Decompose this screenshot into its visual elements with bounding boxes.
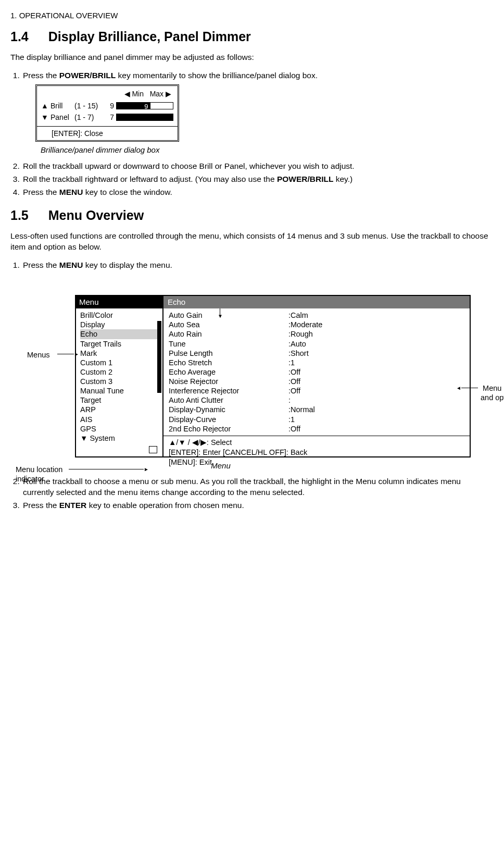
panel-bar <box>116 114 173 121</box>
step-1: Press the POWER/BRILL key momentarily to… <box>22 70 494 156</box>
brill-value: 9 <box>107 101 114 111</box>
option-value: :Auto <box>288 339 306 349</box>
step-2: Roll the trackball upward or downward to… <box>22 161 494 172</box>
option-key: Noise Rejector <box>169 377 288 386</box>
option-key: Tune <box>169 339 288 349</box>
option-value: :Off <box>288 386 300 395</box>
step-4: Press the MENU key to close the window. <box>22 187 494 198</box>
option-value: :1 <box>288 358 295 367</box>
brill-caption: Brilliance/panel dimmer dialog box <box>41 145 494 155</box>
callout-location-2: indicator <box>16 474 44 485</box>
option-value: :Rough <box>288 329 313 339</box>
chapter-header: 1. OPERATIONAL OVERVIEW <box>10 10 494 21</box>
option-row[interactable]: Interference Rejector:Off <box>169 386 464 395</box>
brill-label: Brill <box>51 101 72 111</box>
menu-list-item[interactable]: Custom 3 <box>80 377 160 386</box>
callout-location-1: Menu location <box>16 465 62 475</box>
menu-right-panel: Echo Auto Gain:CalmAuto Sea:ModerateAuto… <box>163 296 470 456</box>
brill-row: ▲ Brill (1 - 15) 9 9 <box>41 101 173 111</box>
option-row[interactable]: Auto Anti Clutter: <box>169 395 464 405</box>
menu-left-header: Menu <box>76 296 162 308</box>
brill-bar: 9 <box>116 102 173 109</box>
option-key: Auto Sea <box>169 320 288 329</box>
section-title: Menu Overview <box>48 207 144 225</box>
option-key: 2nd Echo Rejector <box>169 424 288 434</box>
menu-list-item[interactable]: Custom 2 <box>80 367 160 377</box>
menu-left-panel: Menu Brill/ColorDisplayEchoTarget Trails… <box>76 296 163 456</box>
brill-footer: [ENTER]: Close <box>37 127 178 141</box>
menu-diagram: Currently selected menu Menus Menu items… <box>75 295 471 471</box>
section-1-4-heading: 1.4 Display Brilliance, Panel Dimmer <box>10 28 494 46</box>
option-row[interactable]: Auto Gain:Calm <box>169 311 464 320</box>
menu-options: Auto Gain:CalmAuto Sea:ModerateAuto Rain… <box>163 308 470 436</box>
option-row[interactable]: Echo Average:Off <box>169 367 464 377</box>
panel-range: (1 - 7) <box>74 113 105 122</box>
section-number: 1.5 <box>10 207 29 225</box>
menu-list-item[interactable]: AIS <box>80 415 160 424</box>
panel-row: ▼ Panel (1 - 7) 7 <box>41 113 173 122</box>
section-1-5-steps: Press the MENU key to display the menu. … <box>10 260 494 511</box>
menu-list-item[interactable]: Custom 1 <box>80 358 160 367</box>
arrow-right-icon <box>69 469 144 469</box>
brill-range: (1 - 15) <box>74 101 105 111</box>
brilliance-dialog: ◀ Min Max ▶ ▲ Brill (1 - 15) 9 9 ▼ <box>35 84 179 142</box>
page: 1. OPERATIONAL OVERVIEW 1.4 Display Bril… <box>10 10 494 511</box>
menu-list-item[interactable]: Display <box>80 320 160 329</box>
menu-list-item[interactable]: Manual Tune <box>80 386 160 395</box>
section-1-4-steps: Press the POWER/BRILL key momentarily to… <box>10 70 494 198</box>
option-key: Echo Stretch <box>169 358 288 367</box>
step-2: Roll the trackball to choose a menu or s… <box>22 476 494 498</box>
brill-minmax: ◀ Min Max ▶ <box>41 89 173 99</box>
option-value: :Off <box>288 377 300 386</box>
section-number: 1.4 <box>10 28 29 46</box>
step-3: Roll the trackball rightward or leftward… <box>22 174 494 185</box>
option-key: Display-Curve <box>169 415 288 424</box>
step-3: Press the ENTER key to enable operation … <box>22 500 494 511</box>
menu-list-item[interactable]: Target <box>80 395 160 405</box>
option-value: :Short <box>288 349 309 358</box>
menu-list-item[interactable]: Target Trails <box>80 339 160 349</box>
section-1-4-intro: The display brilliance and panel dimmer … <box>10 52 494 63</box>
option-row[interactable]: Pulse Length:Short <box>169 349 464 358</box>
menu-right-header: Echo <box>163 296 470 308</box>
option-row[interactable]: 2nd Echo Rejector:Off <box>169 424 464 434</box>
panel-value: 7 <box>107 113 114 122</box>
menu-list-item[interactable]: Brill/Color <box>80 311 160 320</box>
option-value: :Off <box>288 424 300 434</box>
option-row[interactable]: Echo Stretch:1 <box>169 358 464 367</box>
option-value: :Moderate <box>288 320 322 329</box>
arrow-right-icon <box>57 354 74 354</box>
section-title: Display Brilliance, Panel Dimmer <box>48 28 251 46</box>
option-key: Auto Gain <box>169 311 288 320</box>
option-value: : <box>288 395 291 405</box>
option-key: Display-Dynamic <box>169 405 288 414</box>
option-row[interactable]: Display-Dynamic:Normal <box>169 405 464 414</box>
menu-footer: ▲/▼ / ◀/▶: Select [ENTER]: Enter [CANCEL… <box>163 436 470 469</box>
option-row[interactable]: Tune:Auto <box>169 339 464 349</box>
option-value: :Normal <box>288 405 315 414</box>
menu-list-item[interactable]: Mark <box>80 349 160 358</box>
menu-list-item[interactable]: GPS <box>80 424 160 434</box>
option-key: Auto Anti Clutter <box>169 395 288 405</box>
down-arrow-icon: ▼ <box>41 113 48 122</box>
option-key: Echo Average <box>169 367 288 377</box>
menu-list-item[interactable]: ▼ System <box>80 434 160 443</box>
menu-list-item[interactable]: ARP <box>80 405 160 414</box>
section-1-5-intro: Less-often used functions are controlled… <box>10 231 494 253</box>
step-1: Press the MENU key to display the menu. … <box>22 260 494 471</box>
option-key: Pulse Length <box>169 349 288 358</box>
scrollbar[interactable] <box>157 321 161 393</box>
option-row[interactable]: Noise Rejector:Off <box>169 377 464 386</box>
section-1-5-heading: 1.5 Menu Overview <box>10 207 494 225</box>
option-row[interactable]: Auto Sea:Moderate <box>169 320 464 329</box>
option-row[interactable]: Auto Rain:Rough <box>169 329 464 339</box>
menu-list-item[interactable]: Echo <box>80 329 160 339</box>
callout-items-1: Menu items <box>483 383 504 394</box>
menu-location-indicator <box>149 446 157 453</box>
option-row[interactable]: Display-Curve:1 <box>169 415 464 424</box>
option-value: :1 <box>288 415 295 424</box>
option-key: Auto Rain <box>169 329 288 339</box>
option-value: :Off <box>288 367 300 377</box>
menu-list: Brill/ColorDisplayEchoTarget TrailsMarkC… <box>76 308 162 456</box>
menu-window: Menu Brill/ColorDisplayEchoTarget Trails… <box>75 295 471 457</box>
